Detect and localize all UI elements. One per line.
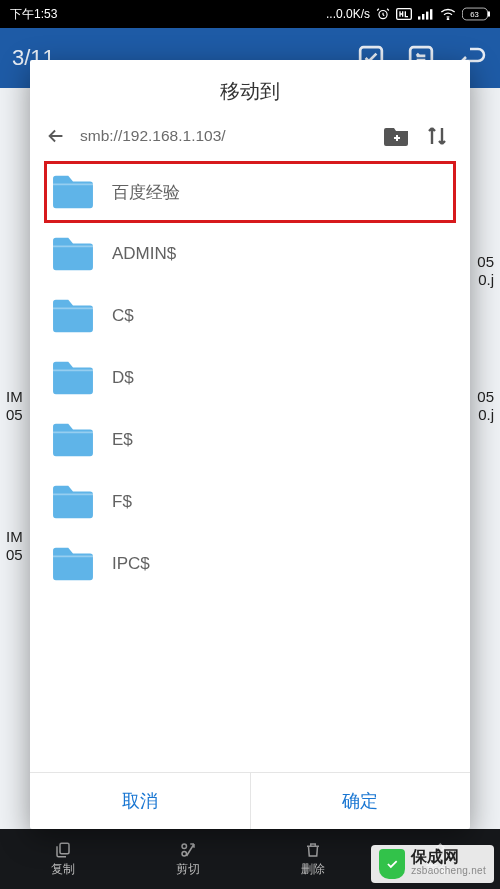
folder-icon	[50, 483, 96, 521]
toolbar-item[interactable]: 删除	[250, 829, 375, 889]
status-net-speed: ...0.0K/s	[326, 7, 370, 21]
folder-icon	[50, 297, 96, 335]
shield-icon	[379, 849, 405, 879]
folder-icon	[50, 173, 96, 211]
folder-item[interactable]: 百度经验	[44, 161, 456, 223]
toolbar-label: 复制	[51, 861, 75, 878]
toolbar-label: 删除	[301, 861, 325, 878]
svg-point-6	[447, 19, 448, 20]
folder-item[interactable]: F$	[44, 471, 456, 533]
status-bar: 下午1:53 ...0.0K/s 63	[0, 0, 500, 28]
alarm-icon	[376, 7, 390, 21]
dialog-title: 移动到	[30, 60, 470, 117]
folder-item[interactable]: IPC$	[44, 533, 456, 595]
folder-icon	[50, 545, 96, 583]
dialog-button-row: 取消 确定	[30, 772, 470, 829]
folder-icon	[50, 235, 96, 273]
folder-plus-icon	[384, 125, 410, 147]
status-time: 下午1:53	[10, 6, 57, 23]
svg-rect-11	[60, 843, 69, 854]
toolbar-item[interactable]: 复制	[0, 829, 125, 889]
folder-item[interactable]: D$	[44, 347, 456, 409]
folder-name: F$	[112, 492, 132, 512]
svg-rect-5	[430, 9, 432, 19]
toolbar-item[interactable]: 剪切	[125, 829, 250, 889]
watermark-sub: zsbaocheng.net	[411, 864, 486, 878]
wifi-icon	[440, 8, 456, 20]
signal-icon	[418, 8, 434, 20]
sort-icon	[425, 125, 449, 147]
confirm-button[interactable]: 确定	[251, 773, 471, 829]
watermark: 保成网 zsbaocheng.net	[371, 845, 494, 883]
new-folder-button[interactable]	[382, 125, 412, 147]
folder-name: D$	[112, 368, 134, 388]
svg-rect-1	[397, 9, 412, 20]
status-right: ...0.0K/s 63	[326, 7, 490, 21]
svg-point-12	[182, 844, 187, 849]
move-to-dialog: 移动到 smb://192.168.1.103/ 百度经验ADMIN$C$D$E…	[30, 60, 470, 829]
svg-rect-8	[488, 11, 490, 17]
folder-list[interactable]: 百度经验ADMIN$C$D$E$F$IPC$	[30, 161, 470, 772]
watermark-title: 保成网	[411, 850, 486, 864]
folder-icon	[50, 421, 96, 459]
folder-item[interactable]: C$	[44, 285, 456, 347]
toolbar-label: 剪切	[176, 861, 200, 878]
folder-item[interactable]: ADMIN$	[44, 223, 456, 285]
address-text[interactable]: smb://192.168.1.103/	[80, 127, 372, 145]
path-bar: smb://192.168.1.103/	[30, 117, 470, 161]
cancel-button[interactable]: 取消	[30, 773, 250, 829]
svg-rect-3	[422, 14, 424, 20]
battery-text: 63	[470, 10, 479, 19]
arrow-left-icon	[45, 125, 67, 147]
folder-name: C$	[112, 306, 134, 326]
back-button[interactable]	[42, 125, 70, 147]
folder-item[interactable]: E$	[44, 409, 456, 471]
folder-name: IPC$	[112, 554, 150, 574]
folder-name: ADMIN$	[112, 244, 176, 264]
folder-name: E$	[112, 430, 133, 450]
folder-name: 百度经验	[112, 181, 180, 204]
svg-rect-2	[418, 16, 420, 19]
svg-point-13	[182, 851, 187, 856]
battery-icon: 63	[462, 7, 490, 21]
sort-button[interactable]	[422, 125, 452, 147]
svg-rect-4	[426, 12, 428, 20]
folder-icon	[50, 359, 96, 397]
hd-icon	[396, 8, 412, 20]
